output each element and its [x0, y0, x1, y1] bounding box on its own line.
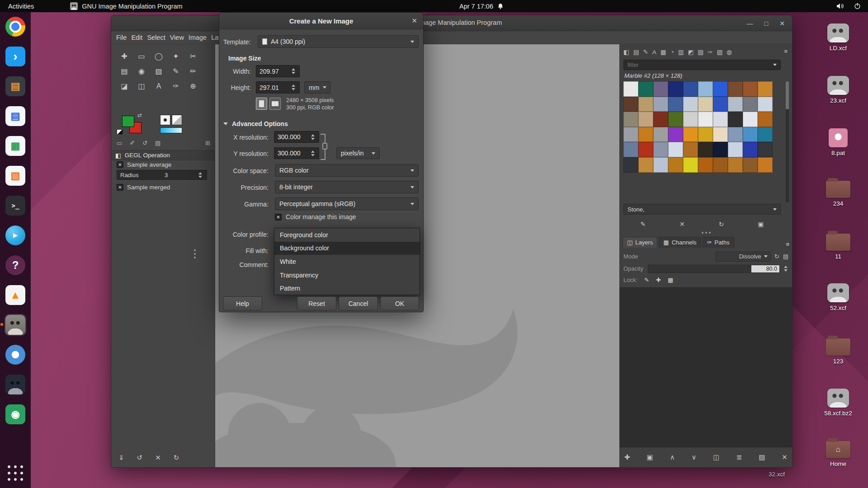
sample-merged-option[interactable]: ✕ Sample merged	[117, 184, 170, 191]
pattern-filter-input[interactable]	[627, 61, 773, 68]
clock-menu[interactable]: Apr 7 17:06	[459, 0, 504, 12]
menu-item[interactable]: View	[168, 32, 186, 43]
pattern-swatch[interactable]	[668, 97, 683, 112]
undo-history-icon[interactable]: ↺	[142, 140, 147, 146]
duplicate-layer-icon[interactable]: ◫	[713, 453, 720, 461]
desktop-icon[interactable]: 234	[817, 178, 859, 207]
default-colors-icon[interactable]	[117, 129, 123, 135]
dock-splitter[interactable]	[620, 231, 792, 234]
gradient-preview[interactable]	[160, 127, 182, 133]
pattern-swatch[interactable]	[653, 157, 668, 173]
open-pattern-icon[interactable]: ▣	[758, 221, 764, 228]
lower-layer-icon[interactable]: ∨	[692, 453, 697, 461]
delete-layer-icon[interactable]: ✕	[782, 453, 788, 461]
delete-preset-icon[interactable]: ✕	[155, 454, 161, 462]
panel-resize-handle[interactable]	[193, 249, 197, 259]
tab-layers[interactable]: ◫ Layers	[623, 237, 657, 248]
pattern-swatch[interactable]	[698, 97, 713, 112]
desktop-icon[interactable]: 8.pat	[817, 128, 859, 156]
pattern-swatch[interactable]	[758, 157, 773, 173]
pattern-swatch[interactable]	[653, 127, 668, 142]
checkbox-checked-icon[interactable]: ✕	[117, 184, 123, 191]
desktop-icon[interactable]: 11	[817, 231, 859, 260]
pattern-swatch[interactable]	[638, 127, 653, 142]
color-manage-checkbox-row[interactable]: ✕ Color manage this image	[275, 213, 356, 221]
device-status-icon[interactable]: ✐	[130, 140, 135, 146]
width-field[interactable]: 209.97	[256, 65, 300, 77]
reset-preset-icon[interactable]: ↻	[174, 454, 179, 462]
filter-caret-icon[interactable]	[773, 64, 777, 66]
menu-item[interactable]: File	[114, 32, 129, 43]
dock-menu-icon[interactable]: ≡	[786, 241, 789, 248]
pattern-swatch[interactable]	[653, 81, 668, 97]
desktop-icon[interactable]: LD.xcf	[817, 23, 859, 52]
chain-link-icon[interactable]	[322, 143, 327, 150]
spinner-arrows-icon[interactable]	[198, 172, 203, 178]
x-resolution-field[interactable]: 300.000	[274, 131, 319, 143]
resolution-unit-select[interactable]: pixels/in	[336, 147, 380, 159]
pattern-swatch[interactable]	[728, 127, 743, 142]
pattern-swatch[interactable]	[713, 142, 728, 157]
brush-preview[interactable]	[160, 115, 170, 125]
tool-button[interactable]: ◪	[116, 79, 133, 94]
color-space-select[interactable]: RGB color	[275, 164, 419, 177]
dock-terminal-icon[interactable]: >_	[5, 195, 26, 216]
panel-menu-icon[interactable]: ⊞	[205, 140, 210, 146]
dockable-tab-icon[interactable]: ◔	[670, 49, 674, 56]
pattern-swatch[interactable]	[728, 157, 743, 173]
menu-item[interactable]: Edit	[129, 32, 145, 43]
spinner-arrows-icon[interactable]	[290, 84, 296, 90]
pattern-swatch[interactable]	[683, 81, 698, 97]
lock-pixels-icon[interactable]: ✎	[644, 277, 649, 283]
panel-resize-handle[interactable]	[613, 249, 617, 259]
dockable-tab-icon[interactable]: ◩	[688, 48, 694, 56]
dockable-tab-icon[interactable]: A	[652, 49, 656, 56]
dialog-titlebar[interactable]: Create a New Image ✕	[219, 13, 423, 29]
desktop-icon[interactable]: 23.xcf	[817, 76, 859, 104]
dockable-tab-icon[interactable]: ✎	[643, 48, 648, 56]
desktop-icon[interactable]: 52.xcf	[817, 283, 859, 311]
fill-option[interactable]: White	[274, 255, 420, 268]
layer-mask-icon[interactable]: ▨	[759, 453, 765, 461]
dockable-tab-icon[interactable]: ▨	[717, 48, 722, 56]
window-titlebar[interactable]: GNU Image Manipulation Program — □ ✕	[111, 15, 792, 31]
dock-messenger-icon[interactable]: ▲	[5, 225, 26, 246]
tab-paths[interactable]: ✑ Paths	[703, 237, 734, 248]
pattern-swatch[interactable]	[713, 127, 728, 142]
dock-writer-icon[interactable]: ▤	[5, 105, 26, 127]
pattern-swatch[interactable]	[758, 81, 773, 97]
close-icon[interactable]: ✕	[411, 17, 417, 25]
pattern-swatch[interactable]	[728, 112, 743, 127]
pattern-swatch[interactable]	[668, 127, 683, 142]
focused-app-indicator[interactable]: GNU Image Manipulation Program	[70, 2, 182, 10]
pattern-swatch[interactable]	[623, 127, 638, 142]
reset-button[interactable]: Reset	[297, 296, 336, 310]
desktop-icon[interactable]: ⌂ Home	[817, 438, 859, 467]
save-preset-icon[interactable]: ⇓	[118, 454, 124, 462]
pattern-swatch[interactable]	[698, 81, 713, 97]
raise-layer-icon[interactable]: ∧	[670, 453, 675, 461]
tool-button[interactable]: ✑	[167, 79, 184, 94]
dockable-tab-icon[interactable]: ▥	[678, 48, 684, 56]
tool-button[interactable]: ✂	[184, 49, 202, 64]
pattern-swatch[interactable]	[668, 81, 683, 97]
spinner-arrows-icon[interactable]	[310, 134, 316, 140]
restore-preset-icon[interactable]: ↺	[137, 454, 143, 462]
dock-vscode-icon[interactable]: ›	[5, 46, 26, 67]
lock-alpha-icon[interactable]: ▩	[668, 277, 673, 283]
pattern-swatch[interactable]	[683, 127, 698, 142]
dock-chrome-icon[interactable]	[5, 16, 26, 38]
pattern-swatch[interactable]	[623, 97, 638, 112]
dockable-tab-icon[interactable]: ◧	[623, 48, 629, 56]
pattern-swatch[interactable]	[683, 157, 698, 173]
tool-button[interactable]: ✏	[184, 64, 202, 79]
pattern-swatch[interactable]	[713, 112, 728, 127]
fill-option[interactable]: Pattern	[274, 282, 420, 295]
mode-default-icon[interactable]: ▤	[783, 253, 788, 260]
swap-colors-icon[interactable]: ⇄	[137, 112, 142, 118]
pattern-swatch[interactable]	[638, 112, 653, 127]
pattern-swatch[interactable]	[728, 142, 743, 157]
pattern-swatch[interactable]	[758, 127, 773, 142]
pattern-swatch[interactable]	[668, 112, 683, 127]
precision-select[interactable]: 8-bit integer	[275, 181, 419, 193]
